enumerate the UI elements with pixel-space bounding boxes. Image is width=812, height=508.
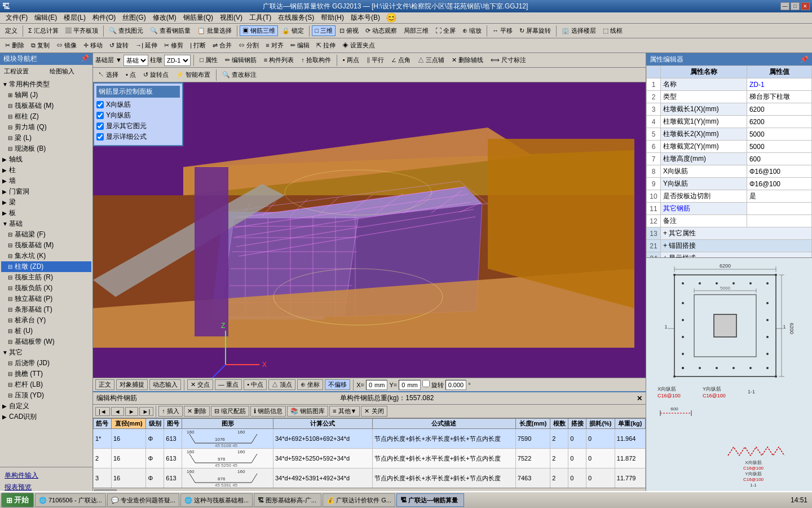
prop-row[interactable]: 2 类型 梯台形下柱墩 — [647, 91, 812, 103]
btn-del-row[interactable]: ✕ 删除 — [184, 406, 210, 417]
property-table-wrap[interactable]: 属性名称 属性值 1 名称 ZD-1 2 类型 梯台形下柱墩 — [646, 65, 812, 257]
sidebar-item-raft-main[interactable]: ⊟ 筏板主筋 (R) — [1, 272, 91, 283]
maximize-button[interactable]: □ — [791, 2, 800, 10]
prop-pin[interactable]: 📌 — [800, 55, 809, 63]
sidebar-item-pile-cap[interactable]: ⊟ 桩承台 (Y) — [1, 315, 91, 326]
btn-intersection[interactable]: ✕ 交点 — [187, 379, 213, 390]
sidebar-item-beam[interactable]: ⊟ 梁 (L) — [1, 133, 91, 143]
btn-select-floor[interactable]: 🏢 选择楼层 — [559, 25, 599, 36]
btn-batch-select[interactable]: 📋 批量选择 — [195, 25, 235, 36]
sidebar-item-slab[interactable]: ⊟ 现浇板 (B) — [1, 143, 91, 154]
btn-snap[interactable]: 对象捕捉 — [116, 379, 148, 390]
prop-section-row[interactable]: 21 + 锚固搭接 — [647, 240, 812, 252]
btn-3d[interactable]: □ 三维 — [312, 25, 336, 36]
btn-find[interactable]: 🔍 查找图元 — [106, 25, 146, 36]
btn-topview[interactable]: ⊡ 俯视 — [337, 25, 361, 36]
btn-copy[interactable]: ⧉ 复制 — [28, 40, 52, 51]
sidebar-item-coping[interactable]: ⊟ 压顶 (YD) — [1, 390, 91, 401]
prop-row[interactable]: 5 柱墩截长2(X)(mm) 5000 — [647, 128, 812, 141]
prop-row[interactable]: 11 其它钢筋 — [647, 203, 812, 215]
btn-calc[interactable]: Σ 汇总计算 — [25, 25, 61, 36]
rotate-checkbox[interactable] — [422, 380, 430, 387]
btn-rebar-library[interactable]: 📚 钢筋图库 — [287, 406, 328, 417]
btn-normal-text[interactable]: 正文 — [95, 379, 114, 390]
prop-row[interactable]: 1 名称 ZD-1 — [647, 78, 812, 91]
btn-first[interactable]: |◄ — [95, 407, 110, 416]
sidebar-item-pile[interactable]: ⊟ 桩 (U) — [1, 326, 91, 336]
btn-no-offset[interactable]: 不偏移 — [325, 379, 350, 390]
prop-value[interactable]: Φ16@100 — [747, 178, 811, 190]
prop-section-label[interactable]: + 锚固搭接 — [661, 240, 812, 252]
menu-online[interactable]: 在线服务(S) — [275, 12, 317, 23]
prop-value[interactable]: 5000 — [747, 128, 811, 141]
prop-row[interactable]: 10 是否按板边切割 是 — [647, 190, 812, 203]
menu-modify[interactable]: 修改(M) — [149, 12, 180, 23]
prop-row[interactable]: 4 柱墩截宽1(Y)(mm) 6200 — [647, 116, 812, 128]
btn-lock[interactable]: 🔒 锁定 — [279, 25, 307, 36]
btn-draw-input[interactable]: 绘图输入 — [47, 66, 91, 77]
taskbar-item-5[interactable]: 💰 广联达计价软件 G... — [323, 493, 395, 507]
btn-scale[interactable]: ⊟ 缩尺配筋 — [211, 406, 249, 417]
btn-prev[interactable]: ◄ — [111, 407, 124, 416]
prop-section-label[interactable]: + 显示样式 — [661, 252, 812, 258]
minimize-button[interactable]: — — [780, 2, 789, 10]
btn-define[interactable]: 定义 — [2, 25, 20, 36]
prop-row[interactable]: 3 柱墩截长1(X)(mm) 6200 — [647, 103, 812, 116]
prop-row[interactable]: 12 备注 — [647, 215, 812, 227]
prop-section-row[interactable]: 13 + 其它属性 — [647, 227, 812, 240]
taskbar-item-2[interactable]: 💬 专业造价问题答疑... — [107, 493, 179, 507]
check-y-rebar[interactable]: Y向纵筋 — [96, 111, 180, 120]
btn-check-annotation[interactable]: 🔍 查改标注 — [219, 69, 259, 80]
menu-tools[interactable]: 工具(T) — [246, 12, 275, 23]
prop-value[interactable]: 6200 — [747, 116, 811, 128]
menu-file[interactable]: 文件(F) — [2, 12, 31, 23]
sidebar-item-raft[interactable]: ⊟ 筏板基础 (M) — [1, 100, 91, 111]
prop-row[interactable]: 8 X向纵筋 Φ16@100 — [647, 165, 812, 178]
btn-local3d[interactable]: 局部三维 — [401, 25, 431, 36]
prop-value[interactable]: 6200 — [747, 103, 811, 116]
btn-next[interactable]: ► — [125, 407, 138, 416]
btn-wireframe[interactable]: ⬚ 线框 — [600, 25, 625, 36]
sidebar-item-strip-found[interactable]: ⊟ 条形基础 (T) — [1, 304, 91, 315]
prop-value[interactable]: 是 — [747, 190, 811, 203]
prop-section-label[interactable]: + 其它属性 — [661, 227, 812, 240]
btn-extend[interactable]: →| 延伸 — [133, 40, 160, 51]
sidebar-item-axis[interactable]: ⊞ 轴网 (J) — [1, 90, 91, 100]
sidebar-item-custom[interactable]: ▶ 自定义 — [1, 401, 91, 411]
window-controls[interactable]: — □ ✕ — [780, 2, 810, 10]
prop-value[interactable] — [747, 215, 811, 227]
btn-rebar-info[interactable]: ℹ 钢筋信息 — [250, 406, 286, 417]
3d-view[interactable]: X Z Y 钢筋显示控制面板 X向纵筋 Y向纵筋 显示其它图元 显示 — [93, 82, 646, 378]
sidebar-item-railing[interactable]: ⊟ 栏杆 (LB) — [1, 379, 91, 390]
check-detail-formula[interactable]: 显示详细公式 — [96, 132, 180, 142]
btn-split[interactable]: ⇔ 分割 — [236, 40, 262, 51]
btn-element-list[interactable]: ≡ 构件列表 — [261, 55, 297, 65]
sidebar-item-ind-found[interactable]: ⊟ 独立基础 (P) — [1, 294, 91, 304]
btn-edit2[interactable]: ✏ 编辑 — [288, 40, 312, 51]
sidebar-item-pit[interactable]: ⊟ 集水坑 (K) — [1, 251, 91, 261]
btn-fullscreen[interactable]: ⛶ 全屏 — [433, 25, 458, 36]
btn-dynamic-input[interactable]: 动态输入 — [149, 379, 181, 390]
taskbar-item-6[interactable]: 🏗 广联达—钢筋算量 — [396, 493, 464, 507]
element-select[interactable]: ZD-1 — [164, 55, 191, 66]
rebar-table-wrap[interactable]: 筋号 直径(mm) 级别 图号 图形 计算公式 公式描述 长度(mm) 根数 搭… — [93, 418, 646, 488]
checkbox-y-rebar[interactable] — [96, 112, 104, 119]
table-row[interactable]: 1* 16 Φ 613 160 — [94, 429, 646, 449]
prop-row[interactable]: 6 柱墩截宽2(Y)(mm) 5000 — [647, 141, 812, 153]
sidebar-item-pilecap[interactable]: ⊟ 柱墩 (ZD) — [1, 261, 91, 272]
btn-pick[interactable]: ↑ 拾取构件 — [298, 55, 334, 65]
btn-parallel[interactable]: ∥ 平行 — [364, 55, 387, 65]
taskbar-item-3[interactable]: 🌐 这种与筏板基础相... — [180, 493, 253, 507]
prop-value[interactable]: ZD-1 — [747, 78, 811, 91]
menu-draw[interactable]: 丝图(G) — [119, 12, 149, 23]
close-rebar-panel-button[interactable]: ✕ — [637, 395, 642, 402]
sidebar-item-raft-neg[interactable]: ⊟ 筏板负筋 (X) — [1, 283, 91, 294]
checkbox-detail-formula[interactable] — [96, 133, 104, 141]
sidebar-item-eave[interactable]: ⊟ 挑檐 (TT) — [1, 369, 91, 379]
btn-select2[interactable]: ↖ 选择 — [95, 69, 121, 80]
sidebar-item-axis2[interactable]: ▶ 轴线 — [1, 154, 91, 165]
btn-last[interactable]: ►| — [139, 407, 154, 416]
table-row[interactable]: 2 16 Φ 613 160 — [94, 449, 646, 468]
prop-value[interactable]: Φ16@100 — [747, 165, 811, 178]
sidebar-item-common[interactable]: ▼ 常用构件类型 — [1, 79, 91, 90]
